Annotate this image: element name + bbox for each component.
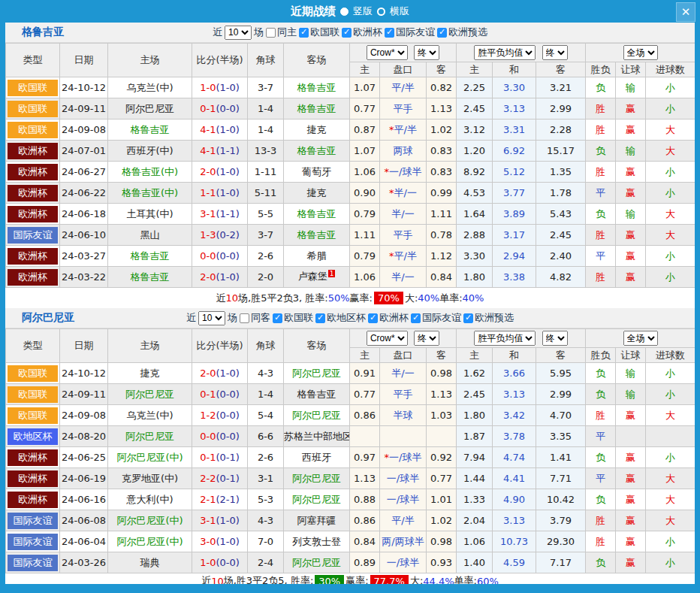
competition-filter[interactable]: 欧地区杯 bbox=[315, 311, 366, 325]
radio-vertical-label[interactable]: 竖版 bbox=[353, 5, 373, 18]
home-team: 阿尔巴尼亚 bbox=[125, 389, 174, 400]
euro-draw: 6.92 bbox=[493, 141, 536, 162]
result-badge: 负 bbox=[586, 77, 616, 98]
same-venue-filter[interactable]: 同主 bbox=[266, 26, 297, 39]
euro-home: 1.87 bbox=[457, 426, 493, 447]
match-date: 24-10-12 bbox=[60, 363, 108, 384]
checkbox-checked-icon[interactable] bbox=[437, 28, 447, 38]
competition-filter[interactable]: 欧洲预选 bbox=[463, 311, 514, 325]
handicap-line: 平手 bbox=[380, 225, 427, 246]
handicap-result: 赢 bbox=[616, 510, 646, 531]
checkbox-checked-icon[interactable] bbox=[273, 313, 282, 323]
competition-filter[interactable]: 欧洲杯 bbox=[368, 311, 409, 325]
recent-count-select[interactable]: 10 bbox=[198, 311, 225, 325]
match-type-badge: 欧洲杯 bbox=[8, 164, 58, 180]
checkbox-unchecked-icon[interactable] bbox=[240, 313, 249, 323]
same-venue-filter[interactable]: 同客 bbox=[240, 311, 270, 325]
result-badge: 负 bbox=[586, 447, 616, 468]
away-team: 阿塞拜疆 bbox=[297, 515, 336, 526]
radio-horizontal-label[interactable]: 横版 bbox=[390, 5, 409, 18]
euro-home: 3.12 bbox=[457, 120, 493, 141]
handicap-result: 输 bbox=[616, 384, 646, 405]
euro-odds-select[interactable]: 胜平负均值 bbox=[474, 45, 536, 60]
summary-part: 40% bbox=[463, 292, 484, 304]
checkbox-checked-icon[interactable] bbox=[463, 313, 473, 323]
match-date: 24-06-08 bbox=[60, 510, 108, 531]
checkbox-checked-icon[interactable] bbox=[299, 28, 309, 38]
full-score: 2-0 bbox=[200, 368, 216, 379]
half-score: (1-0) bbox=[216, 536, 239, 547]
away-team: 格鲁吉亚 bbox=[297, 82, 336, 93]
euro-home: 2.04 bbox=[457, 510, 493, 531]
bookmaker-select[interactable]: Crow* bbox=[367, 45, 408, 60]
euro-away: 2.28 bbox=[536, 120, 586, 141]
match-row: 欧洲杯24-06-25阿尔巴尼亚(中)0-1(0-1)2-6西班牙0.97*一/… bbox=[6, 447, 695, 468]
match-row: 国际友谊24-06-08阿尔巴尼亚(中)3-1(1-0)4-3阿塞拜疆0.86平… bbox=[6, 510, 695, 531]
checkbox-checked-icon[interactable] bbox=[315, 313, 325, 323]
corner-stat: 13-3 bbox=[248, 141, 284, 162]
competition-filter[interactable]: 欧国联 bbox=[273, 311, 313, 325]
odds-away: 0.84 bbox=[427, 267, 457, 288]
home-team: 格鲁吉亚(中) bbox=[122, 187, 178, 198]
odds-away: 1.13 bbox=[427, 98, 457, 120]
recent-count-select[interactable]: 10 bbox=[225, 26, 252, 40]
euro-final-select[interactable]: 终 bbox=[542, 331, 568, 346]
odds-home: 1.06 bbox=[350, 267, 380, 288]
match-score: 0-1(0-1) bbox=[192, 447, 248, 468]
radio-vertical-icon[interactable] bbox=[340, 8, 348, 16]
competition-filters: 欧国联欧洲杯国际友谊欧洲预选 bbox=[299, 26, 487, 39]
filters-albania: 近 10 场 同客 欧国联欧地区杯欧洲杯国际友谊欧洲预选 bbox=[186, 311, 514, 325]
odds-final-select[interactable]: 终 bbox=[414, 331, 439, 346]
euro-home: 4.53 bbox=[457, 183, 493, 204]
radio-horizontal-icon[interactable] bbox=[377, 8, 385, 16]
half-score: (0-0) bbox=[216, 431, 239, 442]
match-score: 1-0(0-0) bbox=[192, 552, 248, 573]
checkbox-checked-icon[interactable] bbox=[411, 313, 421, 323]
result-badge: 平 bbox=[586, 426, 616, 447]
handicap-result: 输 bbox=[616, 363, 646, 384]
match-row: 国际友谊24-06-10黑山1-3(0-2)3-7格鲁吉亚1.11平手0.782… bbox=[6, 225, 695, 246]
subheader-euro-away: 客 bbox=[536, 348, 586, 363]
corner-stat: 5-11 bbox=[248, 183, 284, 204]
close-button[interactable]: ✕ bbox=[676, 2, 695, 22]
games-label: 场 bbox=[228, 311, 237, 325]
checkbox-checked-icon[interactable] bbox=[385, 28, 394, 38]
subheader-handicap: 盘口 bbox=[380, 62, 427, 77]
bookmaker-select[interactable]: Crow* bbox=[367, 331, 408, 346]
euro-home: 1.20 bbox=[457, 141, 493, 162]
checkbox-unchecked-icon[interactable] bbox=[266, 28, 276, 38]
column-header-home: 主场 bbox=[108, 329, 192, 363]
euro-home: 1.33 bbox=[457, 489, 493, 510]
odds-away: 0.92 bbox=[427, 447, 457, 468]
checkbox-checked-icon[interactable] bbox=[368, 313, 378, 323]
odds-final-select[interactable]: 终 bbox=[414, 45, 439, 60]
scope-select[interactable]: 全场 bbox=[623, 331, 658, 346]
match-type-badge: 欧洲杯 bbox=[8, 269, 58, 286]
handicap-line: 两/两球半 bbox=[380, 531, 427, 552]
competition-filter[interactable]: 欧国联 bbox=[299, 26, 339, 39]
handicap-result: 赢 bbox=[616, 98, 646, 120]
odds-home: 1.07 bbox=[350, 77, 380, 98]
euro-odds-select[interactable]: 胜平负均值 bbox=[474, 331, 536, 346]
euro-draw: 3.13 bbox=[493, 384, 536, 405]
match-score: 1-2(0-0) bbox=[192, 405, 248, 426]
half-score: (0-1) bbox=[216, 452, 239, 463]
column-header-date: 日期 bbox=[60, 44, 108, 77]
competition-label: 国际友谊 bbox=[396, 26, 435, 39]
competition-filter[interactable]: 国际友谊 bbox=[411, 311, 461, 325]
corner-stat: 2-0 bbox=[248, 267, 284, 288]
checkbox-checked-icon[interactable] bbox=[342, 28, 352, 38]
competition-filter[interactable]: 欧洲杯 bbox=[342, 26, 382, 39]
near-label: 近 bbox=[213, 26, 222, 39]
euro-draw: 3.38 bbox=[493, 267, 536, 288]
scope-select[interactable]: 全场 bbox=[623, 45, 658, 60]
euro-final-select[interactable]: 终 bbox=[542, 45, 568, 60]
competition-filter[interactable]: 欧洲预选 bbox=[437, 26, 487, 39]
column-header-type: 类型 bbox=[6, 329, 60, 363]
half-score: (1-0) bbox=[216, 515, 239, 526]
subheader-euro-draw: 和 bbox=[493, 348, 536, 363]
away-team: 阿尔巴尼亚 bbox=[292, 557, 341, 568]
away-team: 希腊 bbox=[307, 250, 327, 262]
match-date: 24-06-16 bbox=[60, 489, 108, 510]
competition-filter[interactable]: 国际友谊 bbox=[385, 26, 435, 39]
